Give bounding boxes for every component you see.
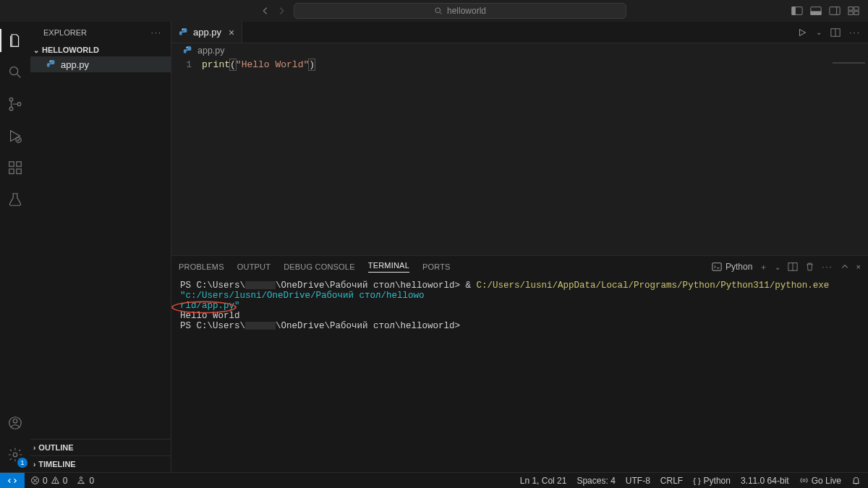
svg-rect-28 <box>712 263 721 271</box>
svg-rect-5 <box>830 7 840 15</box>
panel-more-icon[interactable]: ··· <box>822 262 833 271</box>
status-eol[interactable]: CRLF <box>660 476 683 486</box>
kill-terminal-icon[interactable] <box>805 262 814 272</box>
panel-tab-terminal[interactable]: TERMINAL <box>368 261 409 273</box>
activity-accounts[interactable] <box>0 408 30 437</box>
svg-rect-2 <box>792 7 795 15</box>
terminal-shell-label: Python <box>726 262 752 272</box>
status-interpreter[interactable]: 3.11.0 64-bit <box>741 476 789 486</box>
file-item-app-py[interactable]: app.py <box>30 56 171 72</box>
activity-search[interactable] <box>0 58 30 87</box>
redacted-username <box>245 281 276 289</box>
status-errors-warnings[interactable]: 0 0 <box>30 476 67 486</box>
outline-section[interactable]: ›OUTLINE <box>30 440 171 455</box>
svg-rect-17 <box>9 169 14 174</box>
svg-point-11 <box>10 67 18 75</box>
minimap[interactable] <box>814 58 868 68</box>
terminal-output: Hello World <box>180 311 859 321</box>
toggle-secondary-sidebar-icon[interactable] <box>829 6 841 16</box>
go-live-label: Go Live <box>812 476 841 486</box>
editor[interactable]: 1 print("Hello World") <box>171 58 868 255</box>
run-file-icon[interactable] <box>797 27 807 38</box>
explorer-sidebar: EXPLORER ··· ⌄ HELLOWORLD app.py ›OUTLIN… <box>30 22 171 472</box>
ports-count: 0 <box>89 476 94 486</box>
code-line: print("Hello World") <box>202 58 315 255</box>
status-notifications[interactable] <box>851 476 861 485</box>
redacted-username <box>245 322 276 330</box>
toggle-primary-sidebar-icon[interactable] <box>791 6 803 16</box>
timeline-section[interactable]: ›TIMELINE <box>30 456 171 472</box>
folder-name: HELLOWORLD <box>42 46 99 54</box>
breadcrumb-file: app.py <box>197 46 225 56</box>
nav-back-icon[interactable] <box>260 6 271 16</box>
maximize-panel-icon[interactable] <box>841 262 849 271</box>
svg-point-0 <box>435 8 441 13</box>
tab-app-py[interactable]: app.py × <box>171 22 242 43</box>
svg-point-27 <box>187 47 187 48</box>
svg-point-14 <box>17 103 21 106</box>
svg-point-34 <box>80 477 82 479</box>
activity-testing[interactable] <box>0 185 30 214</box>
svg-rect-8 <box>854 7 859 10</box>
python-file-icon <box>46 59 56 69</box>
panel-tab-output[interactable]: OUTPUT <box>237 262 271 271</box>
error-count: 0 <box>43 476 48 486</box>
svg-point-35 <box>803 479 805 481</box>
chevron-right-icon: › <box>33 461 35 468</box>
activity-bar: 1 <box>0 22 30 472</box>
activity-settings[interactable]: 1 <box>0 440 30 469</box>
python-file-icon <box>179 27 189 38</box>
svg-point-13 <box>9 107 13 111</box>
timeline-label: TIMELINE <box>38 460 75 468</box>
status-cursor-position[interactable]: Ln 1, Col 21 <box>520 476 567 486</box>
language-label: Python <box>704 476 731 486</box>
remote-indicator[interactable] <box>0 473 25 489</box>
panel-tab-ports[interactable]: PORTS <box>422 262 451 271</box>
svg-rect-10 <box>854 12 859 14</box>
status-language[interactable]: { } Python <box>693 476 731 486</box>
activity-extensions[interactable] <box>0 153 30 182</box>
split-terminal-icon[interactable] <box>788 262 798 272</box>
split-editor-icon[interactable] <box>830 27 841 38</box>
chevron-right-icon: › <box>33 444 35 452</box>
command-center-search[interactable]: helloworld <box>294 3 626 19</box>
command-center-text: helloworld <box>447 6 486 16</box>
svg-rect-9 <box>848 12 853 14</box>
title-bar: helloworld <box>0 0 868 22</box>
svg-rect-4 <box>811 12 821 14</box>
status-indentation[interactable]: Spaces: 4 <box>576 476 615 486</box>
new-terminal-icon[interactable]: ＋ <box>760 262 767 273</box>
activity-run-debug[interactable] <box>0 121 30 150</box>
svg-rect-7 <box>848 7 853 10</box>
close-tab-icon[interactable]: × <box>226 27 234 38</box>
settings-badge: 1 <box>17 458 27 468</box>
status-ports[interactable]: 0 <box>76 476 94 486</box>
activity-explorer[interactable] <box>0 26 30 55</box>
panel-tab-problems[interactable]: PROBLEMS <box>179 262 224 271</box>
svg-point-23 <box>50 61 51 61</box>
svg-point-12 <box>9 98 13 101</box>
close-panel-icon[interactable]: × <box>856 262 861 271</box>
line-number: 1 <box>171 59 192 70</box>
terminal-line: rld/app.py" <box>180 301 859 311</box>
breadcrumb[interactable]: app.py <box>171 43 868 58</box>
status-go-live[interactable]: Go Live <box>799 476 841 486</box>
sidebar-more-icon[interactable]: ··· <box>151 28 162 37</box>
customize-layout-icon[interactable] <box>848 6 859 16</box>
terminal-line: PS C:\Users\\OneDrive\Рабочий стол\hello… <box>180 321 859 331</box>
terminal[interactable]: PS C:\Users\\OneDrive\Рабочий стол\hello… <box>171 278 868 472</box>
toggle-panel-icon[interactable] <box>810 6 822 16</box>
activity-source-control[interactable] <box>0 90 30 119</box>
nav-forward-icon[interactable] <box>276 6 286 16</box>
panel-tab-debug-console[interactable]: DEBUG CONSOLE <box>284 262 355 271</box>
svg-point-22 <box>13 453 17 457</box>
status-encoding[interactable]: UTF-8 <box>626 476 650 486</box>
chevron-down-icon: ⌄ <box>33 46 39 54</box>
new-terminal-dropdown-icon[interactable]: ⌄ <box>775 263 780 271</box>
svg-rect-19 <box>17 162 21 166</box>
folder-header[interactable]: ⌄ HELLOWORLD <box>30 43 171 56</box>
editor-more-icon[interactable]: ··· <box>849 27 861 38</box>
terminal-shell-selector[interactable]: Python <box>712 262 752 272</box>
run-dropdown-icon[interactable]: ⌄ <box>816 28 822 36</box>
svg-point-21 <box>13 419 17 424</box>
